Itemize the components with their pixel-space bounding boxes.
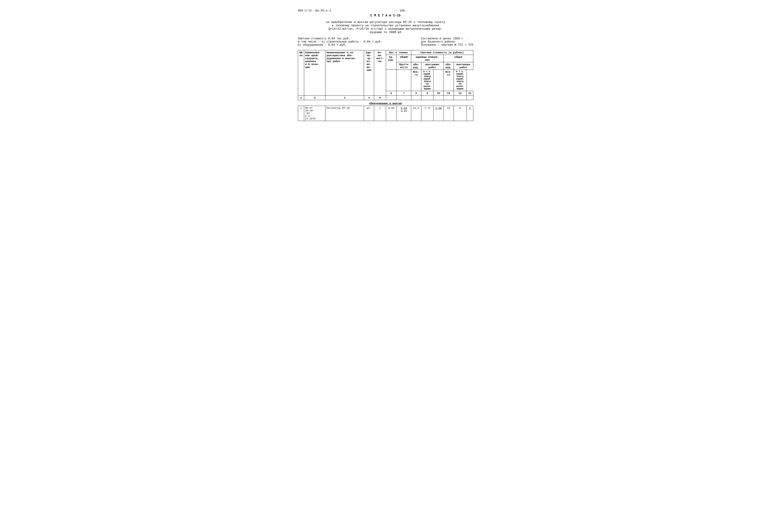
meta-left-3: б) оборудование - 0,04 т.руб. [298,43,382,47]
col-header-obo-ruda-unit: обо-руд. [411,62,421,70]
doc-code: 903-2-II. Аа.УП,ч.2 [298,9,331,12]
subtitle-line-3: Q=13/22 м3/час, Р=25/10 кгс/см2 с наземн… [298,27,473,31]
colnum-1: 1 [298,96,304,100]
col-header-weight-unit: ед.изм. [386,55,397,70]
col-header-unit-cost: единицы измере-ния [411,55,444,62]
meta-left-2: в том числе : а) строительные работы - 0… [298,40,382,43]
cell-c2: 7,73 [421,106,434,121]
col-header-montazh-unit: монтажныхработ [421,62,444,70]
cell-c5: 8 [454,106,467,121]
colnum-9b [421,96,434,100]
col-header-preyskurant: Наименова-ние прей-скуранта,ценникаи № п… [304,50,325,96]
subtitle-line-2: к типовому проекту на строительство уста… [298,24,473,27]
page-header: 903-2-II. Аа.УП,ч.2 - 168 - [298,9,473,12]
col-header-obo-ruda-total: обо-руд. [444,62,454,70]
col-h-c1 [397,70,411,91]
main-table: №№пп Наименова-ние прей-скуранта,ценника… [298,50,473,121]
col-header-unit: Еди-ни-цаиз-ме-ре-ния [364,50,374,96]
colnum-6b [386,96,397,100]
cell-qty: I [374,106,386,121]
cell-c4: 22 [444,106,454,121]
col-header-total-cost: общая [444,55,473,62]
subtitle-line-4: вуарами 2х 3000 м3 [298,31,473,34]
table-header-row-1: №№пп Наименова-ние прей-скуранта,ценника… [298,50,473,55]
meta-right-3: Основание : чертежи № ТСI + ТС5 [421,43,473,47]
meta-left-1: Сметная стоимость 0,04 тыс.руб. [298,37,382,40]
colnum-7b [397,96,411,100]
cell-weight-unit: 0,03 [386,106,397,121]
page-number: - 168 - [396,9,408,12]
cell-weight-total: 0,04 0,03 [397,106,411,121]
col-h-zarplata-total: в т.ч.зараб.платазараб.платапоэкспл.маши… [454,70,467,91]
col-header-num: №№пп [298,50,304,96]
colnum-12: I2 [454,91,467,96]
colnum-5: 5 [374,96,386,100]
cell-num: I [298,106,304,121]
document-title: С М Е Т А № I-15 [298,14,473,17]
section-label: Оборудование и монтаж [298,100,473,106]
col-h-zarplata-unit: в т.ч.зараб.платазараб.платапоэкспл.маши… [421,70,434,91]
col-header-montazh-total: монтажныхработ [454,62,473,70]
col-h-brutto-netto-2 [386,70,397,91]
colnum-10: IO [434,91,444,96]
col-header-weight-total: общий [397,55,411,62]
col-header-cost-group: Сметная стоимость (в рублях) [411,50,473,55]
colnum-11b [444,96,454,100]
cell-c3: 4,36 [434,106,444,121]
col-h-vsego-unit: Все-го [411,70,421,91]
subtitle-line-1: на приобретение и монтаж регулятора расх… [298,20,473,24]
col-h-vsego-total: Все-го [444,70,454,91]
section-header-row: Оборудование и монтаж [298,100,473,106]
colnum-2: 2 [304,96,325,100]
colnum-7: 7 [397,91,411,96]
colnum-8b [411,96,421,100]
colnum-4: 4 [364,96,374,100]
cell-c1: 21,5 [411,106,421,121]
colnum-11: II [444,91,454,96]
meta-left: Сметная стоимость 0,04 тыс.руб. в том чи… [298,37,382,47]
colnum-12b [454,96,467,100]
col-header-brutto-netto: бруттонетто [397,62,411,70]
colnum-9: 9 [421,91,434,96]
meta-right-2: для базисного района [421,40,473,43]
colnum-13: I3 [467,91,473,96]
colnum-10b [434,96,444,100]
col-header-weight-group: Вес в тоннах [386,50,411,55]
colnum-8: 8 [411,91,421,96]
col-h-c4 [434,70,444,91]
meta-block: Сметная стоимость 0,04 тыс.руб. в том чи… [298,37,473,47]
col-header-qty: Ко-ли-чест-во [374,50,386,96]
col-header-name: Наименование и ха-рактеристика обо-рудов… [325,50,364,96]
colnum-13b [467,96,473,100]
cell-preyskurant: Пр-нт29-10--03п.3II-1075 [304,106,325,121]
meta-right-1: Составлена в ценах 1969 г. - [421,37,473,40]
cell-c6: 4 [467,106,473,121]
table-row: I Пр-нт29-10--03п.3II-1075 Регулятор РР-… [298,106,473,121]
subtitle-block: на приобретение и монтаж регулятора расх… [298,20,473,34]
table-num-row: 1 2 3 4 5 [298,96,473,100]
cell-name: Регулятор РР-25 [325,106,364,121]
colnum-3: 3 [325,96,364,100]
cell-unit: шт. [364,106,374,121]
meta-right: Составлена в ценах 1969 г. - для базисно… [421,37,473,47]
colnum-6: 6 [386,91,397,96]
